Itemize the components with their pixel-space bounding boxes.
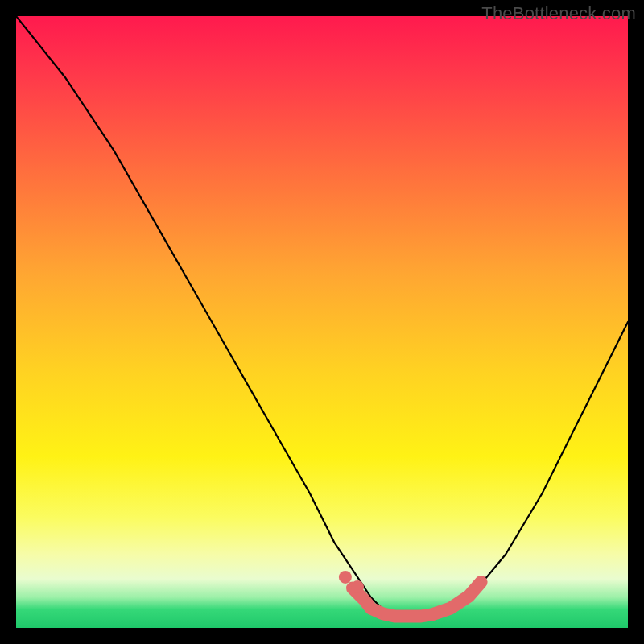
chart-stage: TheBottleneck.com [0,0,644,644]
plot-area [16,16,628,628]
bottleneck-curve [16,16,628,616]
marker-dot-1 [339,571,352,584]
curve-layer [16,16,628,628]
watermark-text: TheBottleneck.com [481,3,636,24]
marker-dot-2 [351,580,364,593]
optimal-zone-marker [353,582,481,617]
